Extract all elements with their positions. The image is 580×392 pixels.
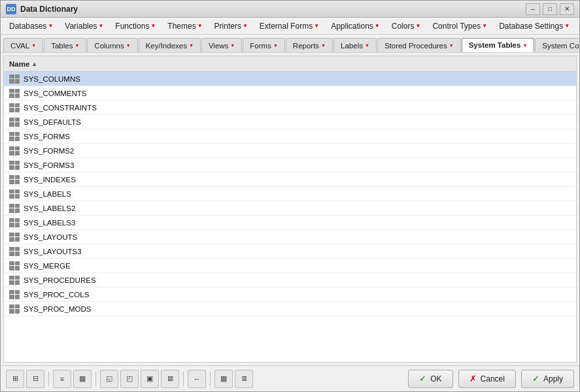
rows-icon[interactable]: ≣: [235, 370, 253, 388]
menu-arrow-icon: ▼: [564, 23, 570, 29]
columns-icon[interactable]: ▦: [73, 370, 92, 388]
tab-arrow-icon: ▼: [449, 43, 454, 48]
tab-system-columns[interactable]: System Columns▼: [535, 38, 579, 52]
layout2-icon[interactable]: ◰: [120, 370, 139, 388]
maximize-button[interactable]: □: [543, 3, 557, 15]
close-button[interactable]: ✕: [560, 3, 574, 15]
status-bar: ⊞⊟≡▦◱◰▣⊠↔▦≣ ✓ OK ✗ Cancel ✓ Apply: [1, 365, 579, 391]
table-row[interactable]: SYS_LAYOUTS: [4, 230, 576, 244]
tab-labels[interactable]: Labels▼: [333, 38, 377, 52]
list-view-icon[interactable]: ⊟: [26, 370, 44, 388]
menu-item-themes[interactable]: Themes▼: [162, 20, 208, 33]
table-row[interactable]: SYS_PROC_COLS: [4, 287, 576, 302]
row-icon: [9, 103, 20, 112]
tab-system-tables[interactable]: System Tables▼: [462, 38, 535, 52]
tab-arrow-icon: ▼: [75, 43, 79, 48]
menu-item-control-types[interactable]: Control Types▼: [426, 20, 493, 33]
minimize-button[interactable]: –: [526, 3, 540, 15]
table-row[interactable]: SYS_LABELS3: [4, 216, 576, 230]
tab-label: Tables: [51, 42, 73, 50]
tab-reports[interactable]: Reports▼: [286, 38, 333, 52]
row-icon: [9, 189, 20, 199]
row-name: SYS_COLUMNS: [24, 75, 80, 83]
apply-button[interactable]: ✓ Apply: [521, 370, 574, 388]
row-name: SYS_PROC_COLS: [24, 291, 89, 299]
tab-label: Stored Procedures: [384, 42, 447, 50]
table-row[interactable]: SYS_PROCEDURES: [4, 273, 576, 287]
action-buttons: ✓ OK ✗ Cancel ✓ Apply: [408, 370, 574, 388]
row-name: SYS_LABELS2: [24, 204, 75, 212]
tab-arrow-icon: ▼: [522, 43, 527, 48]
row-name: SYS_LAYOUTS3: [24, 248, 82, 255]
row-name: SYS_FORMS3: [24, 161, 74, 169]
menu-item-colors[interactable]: Colors▼: [386, 20, 427, 33]
tab-bar: CVAL▼Tables▼Columns▼Key/Indexes▼Views▼Fo…: [1, 35, 579, 53]
layout3-icon[interactable]: ▣: [141, 370, 159, 388]
row-name: SYS_LAYOUTS: [24, 233, 77, 241]
row-name: SYS_PROCEDURES: [24, 276, 96, 284]
table-body[interactable]: SYS_COLUMNSSYS_COMMENTSSYS_CONSTRAINTSSY…: [4, 72, 576, 362]
row-name: SYS_DEFAULTS: [24, 118, 81, 126]
table-row[interactable]: SYS_CONSTRAINTS: [4, 101, 576, 115]
menu-item-external-forms[interactable]: External Forms▼: [254, 20, 325, 33]
table-row[interactable]: SYS_COMMENTS: [4, 86, 576, 101]
layout4-icon[interactable]: ⊠: [161, 370, 179, 388]
tab-stored-procedures[interactable]: Stored Procedures▼: [377, 38, 461, 52]
row-name: SYS_LABELS3: [24, 219, 75, 227]
menu-item-databases[interactable]: Databases▼: [3, 20, 59, 33]
toolbar-separator: [48, 372, 49, 386]
tab-label: Views: [209, 42, 228, 50]
menu-item-printers[interactable]: Printers▼: [209, 20, 254, 33]
row-name: SYS_MERGE: [24, 262, 71, 270]
table-row[interactable]: SYS_LABELS: [4, 187, 576, 201]
tab-arrow-icon: ▼: [189, 43, 194, 48]
app-icon: DD: [6, 4, 16, 14]
table-row[interactable]: SYS_LABELS2: [4, 201, 576, 216]
tab-label: Labels: [341, 42, 363, 50]
row-icon: [9, 218, 20, 227]
table-row[interactable]: SYS_DEFAULTS: [4, 115, 576, 129]
tab-cval[interactable]: CVAL▼: [3, 38, 43, 52]
table-row[interactable]: SYS_FORMS: [4, 129, 576, 144]
table-row[interactable]: SYS_INDEXES: [4, 172, 576, 187]
menu-item-files[interactable]: Files▼: [575, 20, 579, 33]
tab-tables[interactable]: Tables▼: [44, 38, 86, 52]
row-name: SYS_COMMENTS: [24, 90, 87, 97]
grid-view-icon[interactable]: ⊞: [6, 370, 24, 388]
row-icon: [9, 247, 20, 256]
menu-item-applications[interactable]: Applications▼: [325, 20, 386, 33]
table-icon[interactable]: ▦: [214, 370, 233, 388]
sort-icon: ▲: [31, 61, 37, 67]
ok-icon: ✓: [419, 374, 426, 384]
menu-bar: Databases▼Variables▼Functions▼Themes▼Pri…: [1, 18, 579, 35]
tab-columns[interactable]: Columns▼: [87, 38, 137, 52]
row-icon: [9, 132, 20, 141]
tab-label: Columns: [94, 42, 124, 50]
tab-label: Key/Indexes: [146, 42, 187, 50]
table-row[interactable]: SYS_FORMS2: [4, 144, 576, 158]
tab-views[interactable]: Views▼: [201, 38, 242, 52]
tab-key/indexes[interactable]: Key/Indexes▼: [139, 38, 201, 52]
table-row[interactable]: SYS_FORMS3: [4, 158, 576, 172]
cancel-icon: ✗: [469, 374, 477, 384]
filter-icon[interactable]: ≡: [53, 370, 71, 388]
table-row[interactable]: SYS_MERGE: [4, 259, 576, 273]
table-row[interactable]: SYS_COLUMNS: [4, 72, 576, 86]
row-icon: [9, 161, 20, 170]
tab-arrow-icon: ▼: [365, 43, 369, 48]
row-icon: [9, 74, 20, 84]
menu-item-database-settings[interactable]: Database Settings▼: [493, 20, 575, 33]
layout1-icon[interactable]: ◱: [100, 370, 118, 388]
row-icon: [9, 118, 20, 127]
menu-arrow-icon: ▼: [150, 23, 156, 29]
menu-arrow-icon: ▼: [482, 23, 487, 29]
tab-forms[interactable]: Forms▼: [243, 38, 285, 52]
table-row[interactable]: SYS_PROC_MODS: [4, 302, 576, 316]
ok-button[interactable]: ✓ OK: [408, 370, 452, 388]
fit-icon[interactable]: ↔: [188, 370, 206, 388]
menu-item-functions[interactable]: Functions▼: [109, 20, 162, 33]
table-row[interactable]: SYS_LAYOUTS3: [4, 244, 576, 259]
menu-item-variables[interactable]: Variables▼: [59, 20, 109, 33]
cancel-button[interactable]: ✗ Cancel: [458, 370, 516, 388]
row-icon: [9, 290, 20, 299]
